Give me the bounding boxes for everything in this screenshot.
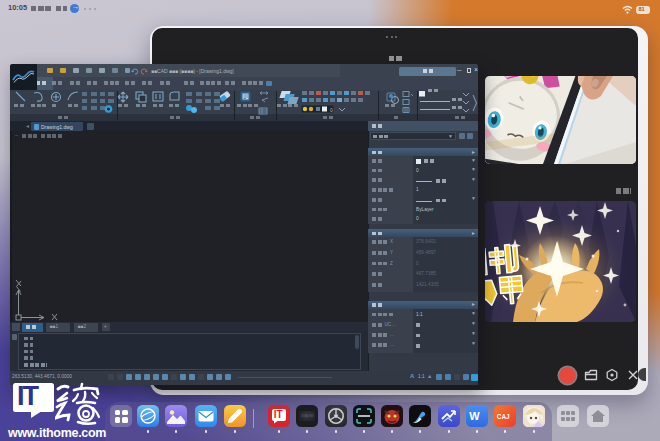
svg-text:0: 0 bbox=[330, 107, 333, 113]
